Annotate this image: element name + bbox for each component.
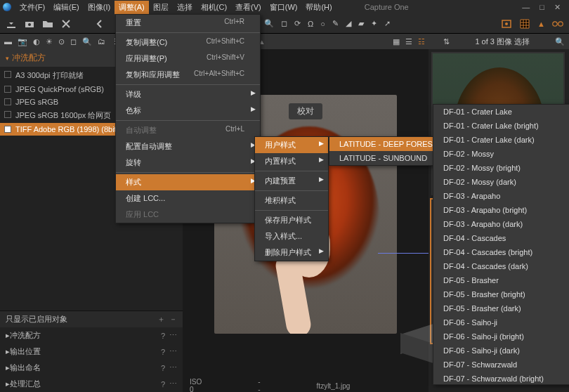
menu-item[interactable]: 用户样式▶ xyxy=(255,137,328,153)
menu-item[interactable]: 保存用户样式 xyxy=(255,212,328,228)
help-icon[interactable]: ? xyxy=(161,332,165,340)
menu-edit[interactable]: 编辑(E) xyxy=(49,1,84,14)
help-icon[interactable]: ? xyxy=(161,348,165,356)
preset-item[interactable]: DF-07 - Schwarzwald (bright) xyxy=(433,372,569,385)
menu-item[interactable]: 复制调整(C)Ctrl+Shift+C xyxy=(116,34,260,51)
search-icon[interactable]: 🔍 xyxy=(555,37,565,46)
minimize-button[interactable]: — xyxy=(522,3,530,12)
keystone-icon[interactable]: Ω xyxy=(308,20,313,28)
more-icon[interactable]: ⋯ xyxy=(169,331,177,340)
checkbox-icon[interactable] xyxy=(4,111,11,118)
menu-image[interactable]: 图像(I) xyxy=(84,1,115,14)
folder-icon[interactable] xyxy=(42,18,53,30)
view-list-icon[interactable]: ☰ xyxy=(405,37,412,46)
crop-icon[interactable]: ◻ xyxy=(281,19,287,28)
menu-camera[interactable]: 相机(C) xyxy=(197,1,231,14)
menu-item[interactable]: 删除用户样式▶ xyxy=(255,244,328,261)
preset-item[interactable]: DF-06 - Saiho-ji (dark) xyxy=(433,344,569,358)
more-icon[interactable]: ⋯ xyxy=(169,379,177,388)
help-icon[interactable]: ? xyxy=(161,380,165,388)
menu-item[interactable]: 应用调整(P)Ctrl+Shift+V xyxy=(116,51,260,67)
color-tab-icon[interactable]: ◐ xyxy=(33,37,40,46)
preset-item[interactable]: DF-02 - Mossy (dark) xyxy=(433,175,569,189)
exposure-tab-icon[interactable]: ☀ xyxy=(46,37,53,46)
adjust-tab-icon[interactable]: 🗂 xyxy=(98,37,105,46)
preset-item[interactable]: DF-02 - Mossy xyxy=(433,147,569,161)
maximize-button[interactable]: □ xyxy=(539,3,544,12)
close-button[interactable]: ✕ xyxy=(554,3,561,12)
preset-item[interactable]: DF-05 - Brasher xyxy=(433,273,569,287)
crop-tab-icon[interactable]: ◻ xyxy=(70,37,77,46)
library-tab-icon[interactable]: ▬ xyxy=(4,37,12,46)
menu-item[interactable]: 色标▶ xyxy=(116,103,260,119)
menu-item[interactable]: 内建预置▶ xyxy=(255,173,328,189)
add-icon[interactable]: ＋ xyxy=(157,314,165,325)
preset-item[interactable]: DF-04 - Cascades xyxy=(433,231,569,245)
preset-item[interactable]: DF-01 - Crater Lake xyxy=(433,105,569,119)
menu-window[interactable]: 窗口(W) xyxy=(266,1,302,14)
section-summary[interactable]: ▸ 处理汇总?⋯ xyxy=(0,376,183,392)
menu-item[interactable]: 复制和应用调整Ctrl+Alt+Shift+C xyxy=(116,67,260,83)
menu-help[interactable]: 帮助(H) xyxy=(301,1,336,14)
menu-item[interactable]: 重置Ctrl+R xyxy=(116,15,260,31)
preset-item[interactable]: DF-01 - Crater Lake (bright) xyxy=(433,119,569,133)
preset-item[interactable]: DF-05 - Brasher (bright) xyxy=(433,287,569,301)
checkbox-icon[interactable] xyxy=(4,86,11,93)
sort-asc-icon[interactable]: ▴ xyxy=(260,37,264,46)
help-icon[interactable]: ? xyxy=(161,364,165,372)
menu-item[interactable]: 配置自动调整▶ xyxy=(116,138,260,155)
preset-item[interactable]: DF-03 - Arapaho (dark) xyxy=(433,217,569,231)
section-location[interactable]: ▸ 输出位置?⋯ xyxy=(0,344,183,360)
menu-select[interactable]: 选择 xyxy=(173,1,197,14)
menu-item[interactable]: 创建 LCC... xyxy=(116,190,260,207)
preset-item[interactable]: DF-03 - Arapaho xyxy=(433,189,569,203)
heal-icon[interactable]: ✦ xyxy=(371,19,377,28)
remove-icon[interactable]: － xyxy=(169,314,177,325)
rotate-icon[interactable]: ⟳ xyxy=(294,19,301,28)
sort-icon[interactable]: ⇅ xyxy=(443,37,450,46)
grid-icon[interactable] xyxy=(519,18,530,30)
section-naming[interactable]: ▸ 输出命名?⋯ xyxy=(0,360,183,376)
menu-item[interactable]: 内置样式▶ xyxy=(255,153,328,169)
menu-item[interactable]: 导入样式... xyxy=(255,228,328,244)
menu-file[interactable]: 文件(F) xyxy=(15,1,49,14)
import-icon[interactable] xyxy=(6,18,17,30)
menu-layer[interactable]: 图层 xyxy=(149,1,173,14)
preset-item[interactable]: DF-05 - Brasher (dark) xyxy=(433,301,569,315)
more-icon[interactable]: ⋯ xyxy=(169,363,177,372)
menu-item[interactable]: 详级▶ xyxy=(116,86,260,103)
brush-icon[interactable]: ✎ xyxy=(332,19,339,28)
capture-tab-icon[interactable]: 📷 xyxy=(18,37,27,46)
gradient-icon[interactable]: ▰ xyxy=(358,19,364,28)
checkbox-icon[interactable] xyxy=(4,98,11,105)
checkbox-icon[interactable] xyxy=(4,71,11,78)
proof-icon[interactable] xyxy=(501,18,512,30)
preset-item[interactable]: DF-06 - Saiho-ji xyxy=(433,315,569,329)
details-tab-icon[interactable]: 🔍 xyxy=(82,37,92,46)
checkbox-icon[interactable] xyxy=(4,126,11,133)
arrow-icon[interactable]: ➚ xyxy=(384,19,391,28)
view-filmstrip-icon[interactable]: ☷ xyxy=(418,37,425,46)
preset-item[interactable]: DF-04 - Cascades (dark) xyxy=(433,259,569,273)
zoom-icon[interactable]: 🔍 xyxy=(264,19,274,28)
preset-item[interactable]: DF-02 - Mossy (bright) xyxy=(433,161,569,175)
delete-icon[interactable] xyxy=(60,18,72,30)
menu-item[interactable]: 样式▶ xyxy=(116,174,260,190)
eraser-icon[interactable]: ◢ xyxy=(346,19,351,28)
view-grid-icon[interactable]: ▦ xyxy=(393,37,400,46)
undo-icon[interactable] xyxy=(94,18,105,30)
section-recipe[interactable]: ▸ 冲洗配方?⋯ xyxy=(0,327,183,344)
spot-icon[interactable]: ○ xyxy=(320,20,325,28)
camera-icon[interactable] xyxy=(24,18,35,30)
lens-tab-icon[interactable]: ⊙ xyxy=(58,37,65,46)
preset-item[interactable]: DF-06 - Saiho-ji (bright) xyxy=(433,329,569,344)
preset-item[interactable]: DF-01 - Crater Lake (dark) xyxy=(433,133,569,147)
glasses-icon[interactable] xyxy=(552,18,563,30)
menu-item[interactable]: 堆积样式 xyxy=(255,192,328,209)
more-icon[interactable]: ⋯ xyxy=(169,347,177,356)
menu-item[interactable]: 旋转▶ xyxy=(116,155,260,171)
preset-item[interactable]: DF-03 - Arapaho (bright) xyxy=(433,203,569,217)
menu-view[interactable]: 查看(V) xyxy=(231,1,266,14)
menu-adjust[interactable]: 调整(A) xyxy=(115,1,149,14)
preset-item[interactable]: DF-04 - Cascades (bright) xyxy=(433,245,569,259)
